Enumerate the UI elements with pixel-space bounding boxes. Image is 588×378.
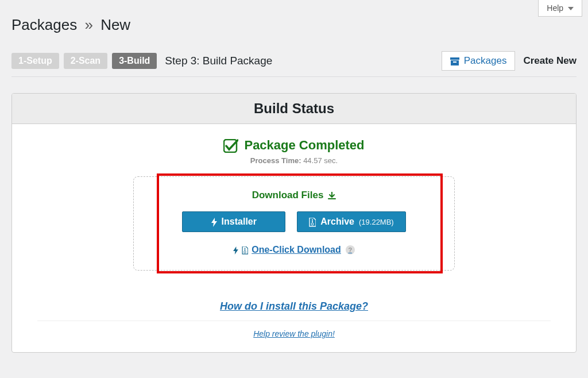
svg-rect-0 bbox=[450, 57, 459, 60]
svg-rect-1 bbox=[451, 60, 459, 65]
panel-title: Build Status bbox=[12, 94, 576, 124]
packages-button[interactable]: Packages bbox=[442, 51, 516, 71]
help-icon[interactable]: ? bbox=[346, 245, 355, 254]
process-time-value: 44.57 sec. bbox=[303, 156, 338, 165]
packages-button-label: Packages bbox=[464, 55, 507, 67]
wizard-steps: 1-Setup 2-Scan 3-Build Step 3: Build Pac… bbox=[11, 53, 272, 69]
create-new-button[interactable]: Create New bbox=[523, 55, 577, 67]
download-buttons: Installer Archive (19.22MB) bbox=[151, 211, 437, 232]
how-install-link[interactable]: How do I install this Package? bbox=[26, 300, 562, 313]
one-click-download-link[interactable]: One-Click Download ? bbox=[233, 245, 355, 255]
breadcrumb-separator-icon: » bbox=[84, 16, 92, 33]
download-files-title: Download Files bbox=[252, 190, 336, 201]
download-icon bbox=[328, 190, 336, 201]
download-files-label: Download Files bbox=[252, 190, 324, 201]
review-plugin-link[interactable]: Help review the plugin! bbox=[26, 329, 562, 343]
package-completed-label: Package Completed bbox=[244, 138, 364, 153]
breadcrumb-root: Packages bbox=[11, 16, 77, 33]
toolbar: 1-Setup 2-Scan 3-Build Step 3: Build Pac… bbox=[11, 51, 577, 77]
wizard-step-title: Step 3: Build Package bbox=[165, 55, 272, 67]
one-click-download-label: One-Click Download bbox=[252, 245, 341, 255]
process-time-label: Process Time: bbox=[250, 156, 301, 165]
svg-rect-7 bbox=[245, 248, 246, 249]
file-archive-icon bbox=[309, 217, 316, 227]
check-icon bbox=[223, 138, 238, 153]
wizard-step-scan: 2-Scan bbox=[64, 53, 107, 69]
wizard-step-setup: 1-Setup bbox=[11, 53, 59, 69]
svg-rect-8 bbox=[245, 249, 246, 250]
svg-point-6 bbox=[311, 223, 314, 225]
svg-point-9 bbox=[244, 251, 246, 253]
bolt-icon bbox=[211, 217, 217, 227]
breadcrumb: Packages » New bbox=[11, 0, 577, 45]
archive-icon bbox=[450, 55, 459, 67]
toolbar-actions: Packages Create New bbox=[442, 51, 577, 71]
package-completed-status: Package Completed bbox=[223, 138, 364, 153]
archive-size: (19.22MB) bbox=[359, 218, 394, 226]
archive-button[interactable]: Archive (19.22MB) bbox=[297, 211, 405, 232]
help-tab[interactable]: Help bbox=[538, 0, 582, 17]
file-archive-icon bbox=[242, 245, 248, 255]
build-status-panel: Build Status Package Completed Process T… bbox=[11, 93, 577, 353]
chevron-down-icon bbox=[568, 3, 574, 13]
svg-rect-5 bbox=[312, 221, 313, 222]
divider bbox=[37, 321, 551, 321]
svg-rect-2 bbox=[453, 61, 457, 63]
installer-button-label: Installer bbox=[222, 217, 257, 227]
breadcrumb-current: New bbox=[100, 16, 130, 33]
installer-button[interactable]: Installer bbox=[182, 211, 285, 232]
bolt-icon bbox=[233, 245, 238, 255]
help-tab-label: Help bbox=[547, 3, 563, 13]
download-files-box: Download Files Installer bbox=[133, 176, 455, 271]
wizard-step-build: 3-Build bbox=[112, 53, 157, 69]
svg-rect-4 bbox=[312, 219, 313, 221]
process-time: Process Time: 44.57 sec. bbox=[26, 156, 562, 165]
archive-button-label: Archive bbox=[320, 217, 354, 227]
